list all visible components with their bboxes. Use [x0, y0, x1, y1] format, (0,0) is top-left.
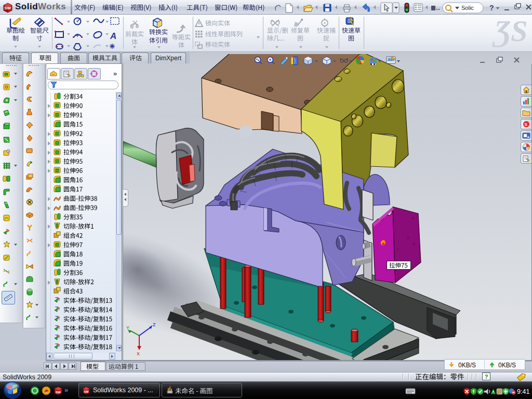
- svg-text:Z: Z: [153, 322, 156, 327]
- svg-text:X: X: [137, 351, 140, 356]
- svg-text:SW: SW: [56, 391, 61, 394]
- svg-text:Y: Y: [126, 325, 129, 330]
- svg-text:S: S: [525, 122, 528, 127]
- svg-text:»: »: [64, 386, 68, 394]
- svg-text:SW: SW: [84, 390, 89, 393]
